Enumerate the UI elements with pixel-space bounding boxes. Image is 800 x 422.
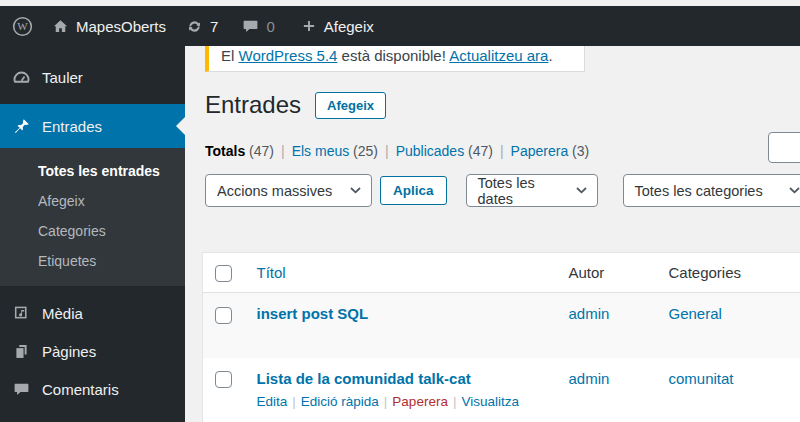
site-name: MapesOberts: [76, 18, 166, 35]
site-name-menu[interactable]: MapesOberts: [52, 18, 166, 35]
view-separator: |: [274, 143, 292, 159]
submenu-item-totes-les-entrades[interactable]: Totes les entrades: [0, 156, 185, 186]
update-notice: El WordPress 5.4 està disponible! Actual…: [205, 46, 585, 72]
categories-filter-select[interactable]: Totes les categories: [623, 174, 800, 207]
sidebar-item-entrades[interactable]: Entrades: [0, 104, 185, 148]
notice-text: està disponible!: [337, 47, 449, 64]
dashboard-icon: [12, 68, 31, 87]
sidebar-item-label: Mèdia: [42, 305, 83, 322]
svg-text:W: W: [17, 20, 28, 32]
sidebar-item-label: Comentaris: [42, 381, 119, 398]
view-publicades[interactable]: Publicades (47): [396, 143, 493, 159]
post-title-link[interactable]: Lista de la comunidad talk-cat: [257, 370, 471, 387]
new-content-menu[interactable]: Afegeix: [301, 18, 374, 35]
row-checkbox[interactable]: [215, 371, 232, 388]
view-label: Totals: [205, 143, 245, 159]
current-menu-arrow: [176, 117, 185, 135]
dates-filter-select[interactable]: Totes les dates: [466, 174, 598, 207]
chevron-down-icon: [789, 187, 800, 194]
wordpress-logo-menu[interactable]: W: [12, 16, 33, 37]
table-header-row: Títol Autor Categories: [203, 253, 800, 293]
post-title-link[interactable]: insert post SQL: [257, 305, 369, 322]
category-link[interactable]: General: [669, 305, 722, 322]
sidebar-item-media[interactable]: Mèdia: [0, 294, 185, 332]
view-count: (25): [353, 143, 378, 159]
page-title: Entrades: [205, 91, 301, 119]
comments-icon: [12, 381, 31, 398]
sidebar-item-label: Tauler: [42, 69, 83, 86]
dates-filter-value: Totes les dates: [478, 175, 566, 207]
sidebar-item-pagines[interactable]: Pàgines: [0, 332, 185, 370]
categories-filter-value: Totes les categories: [635, 183, 763, 199]
view-separator: |: [378, 143, 396, 159]
column-header-title[interactable]: Títol: [257, 264, 286, 281]
table-row: insert post SQL admin General: [203, 293, 800, 358]
row-checkbox[interactable]: [215, 307, 232, 324]
table-row: Lista de la comunidad talk-cat Edita|Edi…: [203, 358, 800, 422]
column-header-author: Autor: [559, 253, 659, 293]
new-content-label: Afegeix: [324, 18, 374, 35]
column-header-categories: Categories: [659, 253, 800, 293]
filters-bar: Accions massives Aplica Totes les dates …: [205, 174, 800, 207]
bulk-actions-select[interactable]: Accions massives: [205, 174, 372, 207]
pages-icon: [12, 343, 31, 360]
admin-sidebar: Tauler Entrades Totes les entrades Afege…: [0, 46, 185, 422]
comments-menu[interactable]: 0: [242, 18, 274, 35]
sidebar-item-label: Entrades: [42, 118, 102, 135]
edit-action[interactable]: Edita: [257, 394, 288, 409]
bulk-actions-value: Accions massives: [217, 183, 332, 199]
chevron-down-icon: [576, 187, 587, 194]
view-label: Publicades: [396, 143, 465, 159]
author-link[interactable]: admin: [569, 370, 610, 387]
update-icon: [186, 18, 203, 35]
update-count: 7: [210, 18, 218, 35]
view-label: Paperera: [511, 143, 569, 159]
search-posts-input[interactable]: [768, 132, 800, 163]
action-separator: |: [287, 394, 301, 409]
media-icon: [12, 304, 31, 322]
wordpress-version-link[interactable]: WordPress 5.4: [239, 47, 338, 64]
sidebar-item-label: Pàgines: [42, 343, 96, 360]
category-link[interactable]: comunitat: [669, 370, 734, 387]
sidebar-item-comentaris[interactable]: Comentaris: [0, 370, 185, 408]
notice-text: .: [548, 47, 552, 64]
updates-menu[interactable]: 7: [186, 18, 218, 35]
author-link[interactable]: admin: [569, 305, 610, 322]
view-label: Els meus: [292, 143, 350, 159]
submenu-item-etiquetes[interactable]: Etiquetes: [0, 246, 185, 276]
trash-action[interactable]: Paperera: [392, 394, 448, 409]
update-now-link[interactable]: Actualitzeu ara: [449, 47, 548, 64]
page-header: Entrades Afegeix: [205, 90, 386, 119]
wordpress-logo-icon: W: [12, 16, 33, 37]
row-actions: Edita|Edició ràpida|Paperera|Visualitza: [257, 394, 559, 409]
pushpin-icon: [12, 117, 31, 135]
plus-icon: [301, 18, 317, 34]
quick-edit-action[interactable]: Edició ràpida: [301, 394, 379, 409]
home-icon: [52, 18, 69, 35]
posts-table: Títol Autor Categories insert post SQL a…: [202, 252, 800, 422]
view-els-meus[interactable]: Els meus (25): [292, 143, 378, 159]
apply-button[interactable]: Aplica: [380, 176, 447, 205]
entrades-submenu: Totes les entrades Afegeix Categories Et…: [0, 148, 185, 286]
view-count: (3): [572, 143, 589, 159]
add-new-button[interactable]: Afegeix: [315, 92, 386, 119]
view-paperera[interactable]: Paperera (3): [511, 143, 590, 159]
submenu-item-categories[interactable]: Categories: [0, 216, 185, 246]
view-action[interactable]: Visualitza: [461, 394, 519, 409]
sidebar-item-tauler[interactable]: Tauler: [0, 58, 185, 96]
notice-text: El: [221, 47, 239, 64]
select-all-checkbox[interactable]: [215, 265, 232, 282]
view-separator: |: [493, 143, 511, 159]
admin-bar: W MapesOberts 7 0 Afegeix: [0, 6, 800, 46]
comment-count: 0: [266, 18, 274, 35]
view-totals[interactable]: Totals (47): [205, 143, 274, 159]
action-separator: |: [448, 394, 462, 409]
comment-bubble-icon: [242, 18, 259, 35]
view-count: (47): [249, 143, 274, 159]
view-count: (47): [468, 143, 493, 159]
post-views-filter: Totals (47)|Els meus (25)|Publicades (47…: [205, 143, 589, 159]
chevron-down-icon: [350, 187, 361, 194]
submenu-item-afegeix[interactable]: Afegeix: [0, 186, 185, 216]
action-separator: |: [379, 394, 393, 409]
content-area: El WordPress 5.4 està disponible! Actual…: [185, 46, 800, 422]
